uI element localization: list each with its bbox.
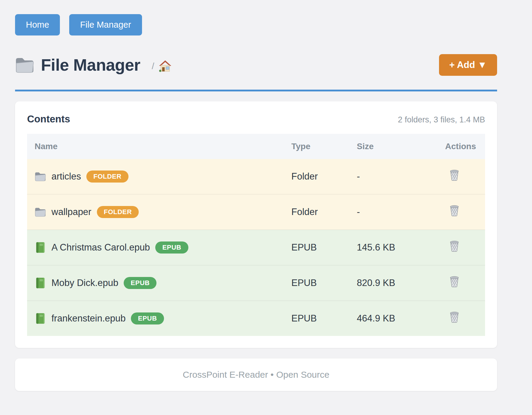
footer: CrossPoint E-Reader • Open Source [15, 358, 497, 391]
column-header-actions: Actions [442, 134, 485, 159]
table-row[interactable]: A Christmas Carol.epub EPUB EPUB 145.6 K… [27, 230, 485, 265]
page: Home File Manager File Manager / + Add ▼… [15, 0, 497, 391]
folder-icon [35, 171, 46, 182]
file-name[interactable]: articles [51, 171, 81, 182]
table-row[interactable]: frankenstein.epub EPUB EPUB 464.9 KB [27, 301, 485, 336]
file-type: EPUB [291, 230, 357, 265]
table-row[interactable]: wallpaper FOLDER Folder - [27, 194, 485, 230]
table-header-row: Name Type Size Actions [27, 134, 485, 159]
contents-card-header: Contents 2 folders, 3 files, 1.4 MB [27, 113, 485, 125]
house-icon[interactable] [159, 59, 172, 72]
trash-icon [449, 249, 460, 253]
file-type: EPUB [291, 265, 357, 301]
file-table: Name Type Size Actions articles FOLDER F… [27, 134, 485, 336]
type-badge: EPUB [155, 241, 188, 254]
title-divider [15, 90, 497, 91]
trash-icon [449, 320, 460, 324]
column-header-name: Name [27, 134, 291, 159]
type-badge: EPUB [124, 277, 156, 289]
folder-icon [35, 206, 46, 218]
type-badge: FOLDER [86, 171, 128, 183]
green-book-icon [35, 277, 46, 289]
file-size: 464.9 KB [357, 301, 442, 336]
delete-button[interactable] [449, 169, 460, 181]
trash-icon [449, 178, 460, 182]
file-type: Folder [291, 159, 357, 194]
type-badge: FOLDER [97, 206, 139, 218]
table-row[interactable]: articles FOLDER Folder - [27, 159, 485, 194]
nav-file-manager-button[interactable]: File Manager [69, 14, 142, 35]
column-header-type: Type [291, 134, 357, 159]
contents-summary: 2 folders, 3 files, 1.4 MB [398, 115, 485, 124]
delete-button[interactable] [449, 276, 460, 288]
trash-icon [449, 284, 460, 289]
title-group: File Manager / [15, 55, 172, 75]
top-nav: Home File Manager [15, 14, 497, 35]
footer-text: CrossPoint E-Reader • Open Source [183, 370, 329, 380]
file-name[interactable]: A Christmas Carol.epub [51, 242, 150, 253]
type-badge: EPUB [131, 312, 164, 324]
file-name[interactable]: Moby Dick.epub [51, 278, 118, 288]
page-header: File Manager / + Add ▼ [15, 54, 497, 76]
contents-title: Contents [27, 113, 70, 125]
delete-button[interactable] [449, 205, 460, 217]
file-size: 820.9 KB [357, 265, 442, 301]
page-title: File Manager [41, 55, 140, 75]
file-name[interactable]: frankenstein.epub [51, 313, 125, 324]
file-name[interactable]: wallpaper [51, 207, 91, 217]
column-header-size: Size [357, 134, 442, 159]
delete-button[interactable] [449, 311, 460, 323]
nav-home-button[interactable]: Home [15, 14, 60, 35]
file-size: 145.6 KB [357, 230, 442, 265]
folder-icon [15, 57, 34, 73]
breadcrumb-separator: / [152, 61, 154, 71]
add-button-label: + Add ▼ [449, 60, 487, 70]
file-type: EPUB [291, 301, 357, 336]
file-size: - [357, 194, 442, 230]
green-book-icon [35, 313, 46, 324]
delete-button[interactable] [449, 240, 460, 252]
trash-icon [449, 213, 460, 218]
file-type: Folder [291, 194, 357, 230]
table-row[interactable]: Moby Dick.epub EPUB EPUB 820.9 KB [27, 265, 485, 301]
green-book-icon [35, 242, 46, 253]
contents-card: Contents 2 folders, 3 files, 1.4 MB Name… [15, 101, 497, 348]
add-button[interactable]: + Add ▼ [439, 54, 497, 76]
file-size: - [357, 159, 442, 194]
